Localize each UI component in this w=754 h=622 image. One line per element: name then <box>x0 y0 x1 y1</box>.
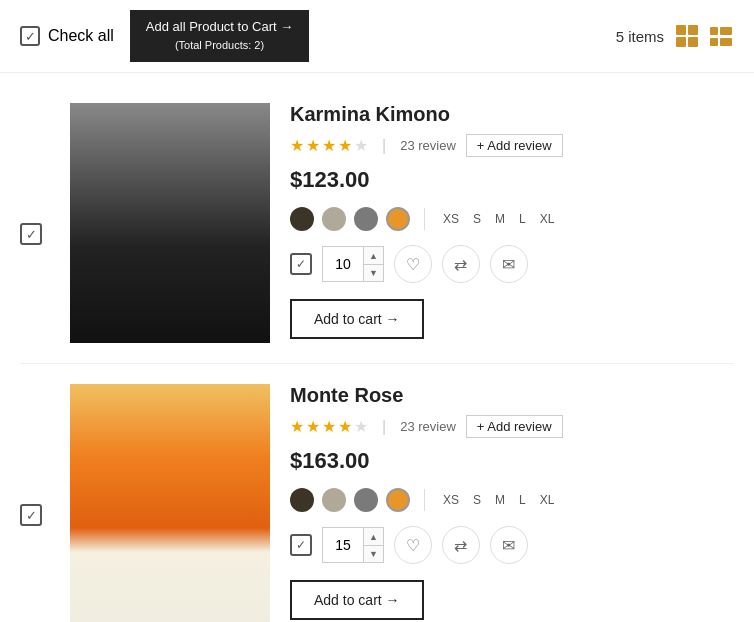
product-details: Monte Rose★★★★★|23 review+ Add review$16… <box>270 384 734 620</box>
rating-divider: | <box>382 418 386 436</box>
quantity-down-arrow[interactable]: ▼ <box>364 546 383 563</box>
item-checkbox <box>20 384 70 526</box>
item-select-checkbox[interactable] <box>20 223 42 245</box>
quantity-input-wrap: ▲▼ <box>322 246 384 282</box>
product-list: Karmina Kimono★★★★★|23 review+ Add revie… <box>0 73 754 622</box>
star-filled: ★ <box>338 417 352 436</box>
size-button[interactable]: XL <box>536 210 559 228</box>
quantity-arrows: ▲▼ <box>363 247 383 281</box>
star-filled: ★ <box>322 417 336 436</box>
product-price: $123.00 <box>290 167 714 193</box>
product-image <box>70 384 270 622</box>
stars: ★★★★★ <box>290 417 368 436</box>
add-review-button[interactable]: + Add review <box>466 415 563 438</box>
star-filled: ★ <box>306 417 320 436</box>
review-count: 23 review <box>400 419 456 434</box>
review-count: 23 review <box>400 138 456 153</box>
size-button[interactable]: M <box>491 210 509 228</box>
quantity-input[interactable] <box>323 528 363 562</box>
quantity-input[interactable] <box>323 247 363 281</box>
rating-row: ★★★★★|23 review+ Add review <box>290 415 714 438</box>
size-button[interactable]: L <box>515 491 530 509</box>
wishlist-button[interactable]: ♡ <box>394 245 432 283</box>
size-divider <box>424 489 425 511</box>
size-button[interactable]: S <box>469 210 485 228</box>
size-options: XSSMLXL <box>439 210 558 228</box>
color-swatch[interactable] <box>354 488 378 512</box>
list-view-icon[interactable] <box>708 23 734 49</box>
size-button[interactable]: XS <box>439 210 463 228</box>
check-all-label: Check all <box>48 27 114 45</box>
quantity-checkbox[interactable] <box>290 253 312 275</box>
star-empty: ★ <box>354 417 368 436</box>
add-to-cart-button[interactable]: Add to cart → <box>290 299 424 339</box>
top-bar: Check all Add all Product to Cart → (Tot… <box>0 0 754 73</box>
rating-row: ★★★★★|23 review+ Add review <box>290 134 714 157</box>
product-image <box>70 103 270 343</box>
color-swatch[interactable] <box>354 207 378 231</box>
quantity-up-arrow[interactable]: ▲ <box>364 528 383 546</box>
star-filled: ★ <box>322 136 336 155</box>
size-options: XSSMLXL <box>439 491 558 509</box>
rating-divider: | <box>382 137 386 155</box>
product-item: Monte Rose★★★★★|23 review+ Add review$16… <box>20 364 734 622</box>
item-select-checkbox[interactable] <box>20 504 42 526</box>
add-all-button[interactable]: Add all Product to Cart → (Total Product… <box>130 10 309 62</box>
color-swatch[interactable] <box>290 207 314 231</box>
size-button[interactable]: XL <box>536 491 559 509</box>
size-button[interactable]: L <box>515 210 530 228</box>
item-checkbox <box>20 103 70 245</box>
view-icons <box>674 23 734 49</box>
product-price: $163.00 <box>290 448 714 474</box>
size-button[interactable]: M <box>491 491 509 509</box>
color-swatch[interactable] <box>290 488 314 512</box>
size-button[interactable]: S <box>469 491 485 509</box>
stars: ★★★★★ <box>290 136 368 155</box>
quantity-up-arrow[interactable]: ▲ <box>364 247 383 265</box>
star-filled: ★ <box>338 136 352 155</box>
color-swatch[interactable] <box>386 207 410 231</box>
add-to-cart-button[interactable]: Add to cart → <box>290 580 424 620</box>
color-swatch[interactable] <box>386 488 410 512</box>
grid-view-icon[interactable] <box>674 23 700 49</box>
wishlist-button[interactable]: ♡ <box>394 526 432 564</box>
color-swatch[interactable] <box>322 207 346 231</box>
star-filled: ★ <box>290 417 304 436</box>
size-button[interactable]: XS <box>439 491 463 509</box>
add-review-button[interactable]: + Add review <box>466 134 563 157</box>
compare-button[interactable]: ⇄ <box>442 526 480 564</box>
product-details: Karmina Kimono★★★★★|23 review+ Add revie… <box>270 103 734 339</box>
email-button[interactable]: ✉ <box>490 526 528 564</box>
color-row: XSSMLXL <box>290 488 714 512</box>
check-all-wrap: Check all <box>20 26 114 46</box>
star-filled: ★ <box>306 136 320 155</box>
product-item: Karmina Kimono★★★★★|23 review+ Add revie… <box>20 83 734 364</box>
color-swatch[interactable] <box>322 488 346 512</box>
items-count: 5 items <box>616 28 664 45</box>
actions-row: ▲▼♡⇄✉ <box>290 526 714 564</box>
star-filled: ★ <box>290 136 304 155</box>
color-row: XSSMLXL <box>290 207 714 231</box>
quantity-input-wrap: ▲▼ <box>322 527 384 563</box>
product-name: Karmina Kimono <box>290 103 714 126</box>
check-all-checkbox[interactable] <box>20 26 40 46</box>
product-name: Monte Rose <box>290 384 714 407</box>
top-right: 5 items <box>616 23 734 49</box>
quantity-arrows: ▲▼ <box>363 528 383 562</box>
actions-row: ▲▼♡⇄✉ <box>290 245 714 283</box>
compare-button[interactable]: ⇄ <box>442 245 480 283</box>
quantity-checkbox[interactable] <box>290 534 312 556</box>
size-divider <box>424 208 425 230</box>
email-button[interactable]: ✉ <box>490 245 528 283</box>
star-empty: ★ <box>354 136 368 155</box>
quantity-down-arrow[interactable]: ▼ <box>364 265 383 282</box>
